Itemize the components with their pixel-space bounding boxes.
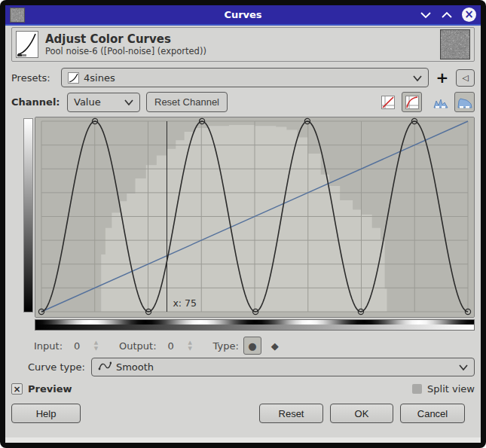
dialog-content: Adjust Color Curves Pool noise-6 ([Pool-… xyxy=(5,26,481,443)
logarithmic-histogram-icon xyxy=(457,96,472,109)
help-button[interactable]: Help xyxy=(11,404,81,423)
linear-histogram-icon xyxy=(433,96,448,109)
channel-value: Value xyxy=(74,96,101,108)
cancel-button[interactable]: Cancel xyxy=(400,404,465,423)
perceptual-curve-icon xyxy=(405,96,419,109)
spin-down-icon[interactable]: ▼ xyxy=(94,346,98,352)
curve-area[interactable]: x: 75 xyxy=(35,117,475,318)
chevron-down-icon xyxy=(459,361,468,373)
add-preset-button[interactable]: + xyxy=(433,69,451,87)
reset-button[interactable]: Reset xyxy=(259,404,323,423)
type-label: Type: xyxy=(213,340,239,352)
point-type-corner-toggle[interactable]: ◆ xyxy=(266,337,284,355)
chevron-down-icon xyxy=(413,72,422,84)
point-type-smooth-toggle[interactable]: ● xyxy=(243,337,261,355)
minimize-icon[interactable] xyxy=(420,11,432,19)
titlebar[interactable]: Curves × xyxy=(5,5,481,24)
preset-curve-icon xyxy=(68,72,79,84)
page-title: Adjust Color Curves xyxy=(45,32,433,47)
perceptual-curve-toggle[interactable] xyxy=(402,92,422,112)
output-range-gradient xyxy=(23,118,33,312)
input-range-gradient-bar xyxy=(35,325,474,330)
preview-checkbox-group[interactable]: × Preview xyxy=(11,383,72,395)
curves-tool-icon xyxy=(16,31,38,58)
chevron-down-icon xyxy=(124,96,133,108)
input-label: Input: xyxy=(34,340,63,352)
corner-point-icon: ◆ xyxy=(271,340,279,352)
presets-label: Presets: xyxy=(11,72,57,84)
smooth-point-icon: ● xyxy=(248,340,256,352)
linear-curve-icon xyxy=(381,96,395,109)
gradient-bars xyxy=(35,319,475,331)
output-label: Output: xyxy=(119,340,157,352)
curve-type-label: Curve type: xyxy=(28,361,85,373)
input-value: 0 xyxy=(67,340,87,352)
dialog-header: Adjust Color Curves Pool noise-6 ([Pool-… xyxy=(11,27,475,62)
smooth-curve-icon xyxy=(98,360,112,374)
logarithmic-histogram-toggle[interactable] xyxy=(454,92,475,112)
window-title: Curves xyxy=(5,9,481,20)
spin-up-icon[interactable]: ▲ xyxy=(188,340,191,346)
presets-value: 4sines xyxy=(84,72,115,84)
ok-button[interactable]: OK xyxy=(330,404,393,423)
curve-type-value: Smooth xyxy=(116,361,154,373)
split-view-checkbox-group[interactable]: Split view xyxy=(412,383,475,395)
svg-text:x: 75: x: 75 xyxy=(173,297,197,309)
linear-histogram-toggle[interactable] xyxy=(430,92,451,112)
output-spinner[interactable]: ▲ ▼ xyxy=(185,337,195,354)
image-thumbnail xyxy=(440,29,470,59)
curves-dialog-window: Curves × Adjust Color Curves Pool noise-… xyxy=(0,0,486,448)
split-view-label: Split view xyxy=(427,383,475,395)
spin-up-icon[interactable]: ▲ xyxy=(94,340,98,346)
image-name-label: Pool noise-6 ([Pool-noise] (exported)) xyxy=(45,46,433,56)
reset-channel-button[interactable]: Reset Channel xyxy=(146,92,228,112)
channel-combo[interactable]: Value xyxy=(67,93,140,112)
preview-checkbox[interactable]: × xyxy=(11,383,23,395)
maximize-icon[interactable] xyxy=(441,11,453,19)
presets-combo[interactable]: 4sines xyxy=(61,68,429,87)
curve-type-combo[interactable]: Smooth xyxy=(91,358,475,376)
close-icon[interactable]: × xyxy=(462,8,476,22)
import-export-settings-button[interactable]: ◁ xyxy=(456,69,475,87)
curve-plot-svg: x: 75 xyxy=(35,117,474,317)
linear-curve-toggle[interactable] xyxy=(377,92,398,112)
input-spinner[interactable]: ▲ ▼ xyxy=(91,337,101,354)
channel-label: Channel: xyxy=(11,96,61,108)
split-view-checkbox[interactable] xyxy=(412,384,422,394)
preview-label: Preview xyxy=(28,383,72,395)
spin-down-icon[interactable]: ▼ xyxy=(188,346,191,352)
output-value: 0 xyxy=(161,340,181,352)
